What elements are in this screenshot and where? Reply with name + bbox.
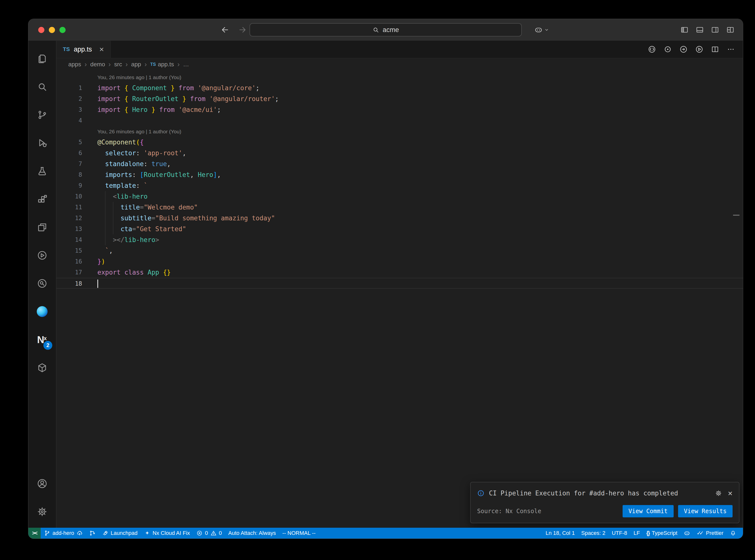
git-codelens[interactable]: You, 26 minutes ago | 1 author (You) <box>57 126 743 137</box>
line-number[interactable]: 10 <box>57 191 82 202</box>
status-notifications[interactable] <box>727 528 739 539</box>
close-button[interactable] <box>38 27 44 33</box>
code-line-15[interactable]: 15 `, <box>57 245 743 256</box>
run-file-button[interactable] <box>695 45 703 54</box>
line-number[interactable]: 5 <box>57 137 82 148</box>
line-number[interactable]: 9 <box>57 180 82 191</box>
status-encoding[interactable]: UTF-8 <box>609 528 630 539</box>
status-branch[interactable]: add-hero <box>41 528 86 539</box>
breadcrumb-item[interactable]: demo <box>90 61 105 68</box>
view-commit-button[interactable]: View Commit <box>622 505 674 517</box>
status-vim-mode[interactable]: -- NORMAL -- <box>279 528 319 539</box>
code-line-7[interactable]: 7 standalone: true, <box>57 159 743 169</box>
breadcrumb-item[interactable]: src <box>114 61 122 68</box>
activity-item-extensions[interactable] <box>28 185 56 213</box>
activity-item-source-control[interactable] <box>28 101 56 129</box>
code-line-5[interactable]: 5@Component({ <box>57 137 743 148</box>
activity-item-explorer[interactable] <box>28 45 56 73</box>
status-language[interactable]: {}TypeScript <box>643 528 680 539</box>
code-line-4[interactable]: 4 <box>57 115 743 126</box>
code-line-8[interactable]: 8 imports: [RouterOutlet, Hero], <box>57 169 743 180</box>
command-center-search[interactable]: acme <box>250 23 522 37</box>
code-line-17[interactable]: 17export class App {} <box>57 267 743 278</box>
tab-app-ts[interactable]: TS app.ts × <box>57 41 111 58</box>
code-line-9[interactable]: 9 template: ` <box>57 180 743 191</box>
code-line-2[interactable]: 2import { RouterOutlet } from '@angular/… <box>57 94 743 104</box>
line-number[interactable]: 17 <box>57 267 82 278</box>
code-line-3[interactable]: 3import { Hero } from '@acme/ui'; <box>57 104 743 115</box>
status-prettier[interactable]: ✓✓Prettier <box>693 528 727 539</box>
tab-close-icon[interactable]: × <box>99 45 104 54</box>
activity-item-testing[interactable] <box>28 157 56 185</box>
status-problems[interactable]: 00 <box>193 528 225 539</box>
status-launchpad[interactable]: Launchpad <box>99 528 141 539</box>
code-line-10[interactable]: 10 <lib-hero <box>57 191 743 202</box>
line-number[interactable]: 14 <box>57 234 82 245</box>
line-number[interactable]: 1 <box>57 83 82 94</box>
copilot-menu[interactable] <box>534 26 550 34</box>
run-step-button[interactable] <box>679 45 688 54</box>
line-number[interactable]: 2 <box>57 94 82 104</box>
activity-item-inspect[interactable] <box>28 269 56 298</box>
line-number[interactable]: 7 <box>57 159 82 169</box>
line-number[interactable]: 11 <box>57 202 82 213</box>
line-number[interactable]: 6 <box>57 148 82 159</box>
activity-item-search[interactable] <box>28 73 56 101</box>
code-line-6[interactable]: 6 selector: 'app-root', <box>57 148 743 159</box>
notification-settings-button[interactable] <box>715 490 722 497</box>
status-indentation[interactable]: Spaces: 2 <box>578 528 609 539</box>
activity-item-settings[interactable] <box>28 498 56 526</box>
view-results-button[interactable]: View Results <box>678 505 733 517</box>
navigate-forward-button[interactable] <box>238 25 247 34</box>
line-number[interactable]: 15 <box>57 245 82 256</box>
activity-item-containers[interactable] <box>28 354 56 382</box>
activity-item-accounts[interactable] <box>28 469 56 498</box>
status-auto-attach[interactable]: Auto Attach: Always <box>225 528 279 539</box>
activity-item-run-debug[interactable] <box>28 129 56 157</box>
status-git-graph[interactable] <box>86 528 99 539</box>
line-number[interactable]: 18 <box>57 278 82 288</box>
status-cursor-position[interactable]: Ln 18, Col 1 <box>542 528 578 539</box>
git-codelens[interactable]: You, 26 minutes ago | 1 author (You) <box>57 72 743 83</box>
code-line-11[interactable]: 11 title="Welcmoe demo" <box>57 202 743 213</box>
navigate-back-button[interactable] <box>221 25 230 34</box>
line-number[interactable]: 3 <box>57 104 82 115</box>
customize-layout-button[interactable] <box>726 26 735 34</box>
activity-item-edge-tools[interactable] <box>28 298 56 326</box>
play-circle-icon <box>37 250 47 261</box>
line-number[interactable]: 12 <box>57 213 82 223</box>
line-number[interactable]: 16 <box>57 256 82 267</box>
code-line-1[interactable]: 1import { Component } from '@angular/cor… <box>57 83 743 94</box>
breadcrumb-item[interactable]: apps <box>68 61 81 68</box>
toggle-primary-sidebar-button[interactable] <box>680 26 689 34</box>
zoom-button[interactable] <box>59 27 65 33</box>
status-eol[interactable]: LF <box>630 528 643 539</box>
code-editor[interactable]: You, 26 minutes ago | 1 author (You)1imp… <box>57 70 743 528</box>
breadcrumb-item[interactable]: app <box>131 61 141 68</box>
minimize-button[interactable] <box>49 27 55 33</box>
sparkle-icon <box>144 530 151 536</box>
split-editor-button[interactable] <box>711 45 719 54</box>
code-line-12[interactable]: 12 subtitle="Build something amazing tod… <box>57 213 743 223</box>
activity-item-remote-explorer[interactable] <box>28 213 56 241</box>
code-line-18[interactable]: 18 <box>57 278 743 288</box>
notification-close-icon[interactable]: × <box>728 489 733 497</box>
status-nx-cloud-ai-fix[interactable]: Nx Cloud AI Fix <box>141 528 193 539</box>
activity-item-run-target[interactable] <box>28 241 56 269</box>
code-line-14[interactable]: 14 ></lib-hero> <box>57 234 743 245</box>
open-changes-button[interactable] <box>648 45 656 54</box>
remote-indicator[interactable]: >< <box>28 528 41 539</box>
breadcrumb-item[interactable]: TSapp.ts <box>150 61 174 68</box>
line-number[interactable]: 13 <box>57 223 82 234</box>
status-copilot[interactable] <box>680 528 693 539</box>
code-line-13[interactable]: 13 cta="Get Started" <box>57 223 743 234</box>
breadcrumb-item[interactable]: … <box>183 61 189 68</box>
more-actions-button[interactable] <box>727 45 735 54</box>
code-line-16[interactable]: 16}) <box>57 256 743 267</box>
activity-item-nx-console[interactable]: Nx2 <box>28 326 56 354</box>
file-annotations-button[interactable] <box>663 45 672 54</box>
toggle-secondary-sidebar-button[interactable] <box>711 26 719 34</box>
line-number[interactable]: 4 <box>57 115 82 126</box>
toggle-panel-button[interactable] <box>696 26 704 34</box>
line-number[interactable]: 8 <box>57 169 82 180</box>
